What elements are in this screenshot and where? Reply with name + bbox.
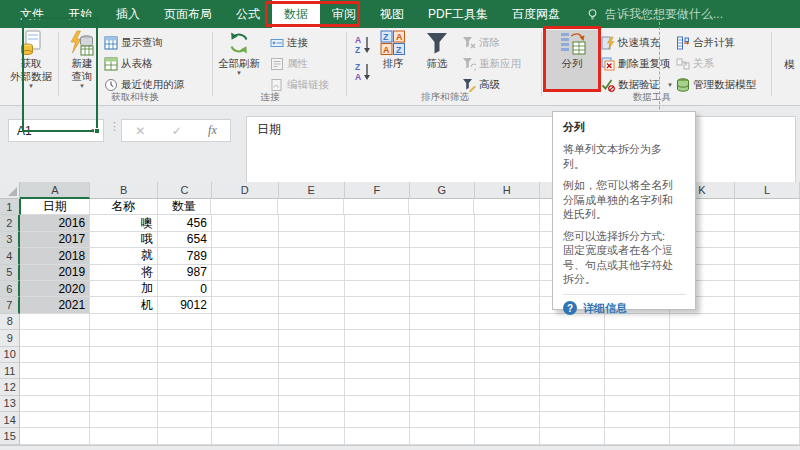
cell-E14[interactable] — [279, 412, 345, 428]
cell-B9[interactable] — [90, 330, 158, 346]
row-header-9[interactable]: 9 — [0, 330, 20, 346]
cell-G8[interactable] — [410, 314, 475, 330]
cell-D2[interactable] — [212, 215, 279, 231]
row-header-2[interactable]: 2 — [0, 215, 20, 231]
connections-button[interactable]: 连接 — [270, 32, 329, 53]
cell-H9[interactable] — [475, 330, 540, 346]
cell-H7[interactable] — [475, 297, 540, 313]
cell-B4[interactable]: 就 — [90, 248, 158, 264]
cell-K13[interactable] — [670, 396, 735, 412]
cell-E4[interactable] — [279, 248, 345, 264]
tab-pdf-tools[interactable]: PDF工具集 — [416, 0, 500, 28]
cell-E15[interactable] — [279, 428, 345, 444]
cell-E7[interactable] — [279, 297, 345, 313]
cell-D14[interactable] — [212, 412, 279, 428]
cell-G12[interactable] — [410, 379, 475, 395]
cell-E9[interactable] — [279, 330, 345, 346]
tell-me-search[interactable]: 告诉我您想要做什么... — [586, 0, 723, 28]
new-query-button[interactable]: 新建 查询 ▼ — [62, 30, 102, 90]
cell-E8[interactable] — [279, 314, 345, 330]
cell-A10[interactable] — [20, 347, 90, 363]
cell-H13[interactable] — [475, 396, 540, 412]
cell-C5[interactable]: 987 — [158, 265, 212, 281]
tab-baidu-netdisk[interactable]: 百度网盘 — [500, 0, 572, 28]
cell-A14[interactable] — [20, 412, 90, 428]
cell-I9[interactable] — [540, 330, 605, 346]
cell-L10[interactable] — [735, 347, 800, 363]
column-header-A[interactable]: A — [20, 182, 90, 199]
cell-K9[interactable] — [670, 330, 735, 346]
cell-A12[interactable] — [20, 379, 90, 395]
tab-data[interactable]: 数据 — [272, 0, 320, 28]
cell-B14[interactable] — [90, 412, 158, 428]
cell-B10[interactable] — [90, 347, 158, 363]
cell-C1[interactable]: 数量 — [158, 199, 212, 215]
cell-G4[interactable] — [410, 248, 475, 264]
cell-C10[interactable] — [158, 347, 212, 363]
cell-D3[interactable] — [212, 232, 279, 248]
cell-F4[interactable] — [345, 248, 410, 264]
cell-J14[interactable] — [605, 412, 670, 428]
row-header-3[interactable]: 3 — [0, 232, 20, 248]
cell-I12[interactable] — [540, 379, 605, 395]
cell-F9[interactable] — [345, 330, 410, 346]
cell-G10[interactable] — [410, 347, 475, 363]
cell-L6[interactable] — [735, 281, 800, 297]
cell-L5[interactable] — [735, 265, 800, 281]
cell-F2[interactable] — [345, 215, 410, 231]
tab-home[interactable]: 开始 — [56, 0, 104, 28]
cell-A6[interactable]: 2020 — [20, 281, 90, 297]
cell-C13[interactable] — [158, 396, 212, 412]
show-queries-button[interactable]: 显示查询 — [104, 32, 184, 53]
formula-input[interactable]: 日期 — [246, 116, 796, 184]
cell-F13[interactable] — [345, 396, 410, 412]
cell-B1[interactable]: 名称 — [90, 199, 158, 215]
cell-G7[interactable] — [410, 297, 475, 313]
column-header-H[interactable]: H — [475, 182, 540, 199]
cell-D7[interactable] — [212, 297, 279, 313]
column-header-C[interactable]: C — [158, 182, 212, 199]
cell-J15[interactable] — [605, 428, 670, 444]
cell-D11[interactable] — [212, 363, 279, 379]
cell-H14[interactable] — [475, 412, 540, 428]
get-external-data-button[interactable]: 获取 外部数据 ▼ — [6, 30, 56, 90]
cell-A4[interactable]: 2018 — [20, 248, 90, 264]
cell-L3[interactable] — [735, 232, 800, 248]
row-header-5[interactable]: 5 — [0, 265, 20, 281]
cell-K15[interactable] — [670, 428, 735, 444]
cell-D10[interactable] — [212, 347, 279, 363]
cell-C11[interactable] — [158, 363, 212, 379]
cell-L7[interactable] — [735, 297, 800, 313]
filter-button[interactable]: 筛选 — [420, 30, 454, 90]
cell-I8[interactable] — [540, 314, 605, 330]
row-header-7[interactable]: 7 — [0, 297, 20, 313]
insert-function-icon[interactable]: fx — [208, 123, 217, 138]
text-to-columns-button[interactable]: 分列 — [546, 30, 598, 90]
cell-L8[interactable] — [735, 314, 800, 330]
cell-I13[interactable] — [540, 396, 605, 412]
cell-G5[interactable] — [410, 265, 475, 281]
cell-A15[interactable] — [20, 428, 90, 444]
cell-A11[interactable] — [20, 363, 90, 379]
row-header-13[interactable]: 13 — [0, 396, 20, 412]
cell-D12[interactable] — [212, 379, 279, 395]
cell-G9[interactable] — [410, 330, 475, 346]
cell-D1[interactable] — [211, 199, 278, 215]
cell-I10[interactable] — [540, 347, 605, 363]
column-header-L[interactable]: L — [735, 182, 800, 199]
cell-H3[interactable] — [475, 232, 540, 248]
cell-C2[interactable]: 456 — [158, 215, 212, 231]
cell-B12[interactable] — [90, 379, 158, 395]
cell-A3[interactable]: 2017 — [20, 232, 90, 248]
cell-G13[interactable] — [410, 396, 475, 412]
cell-H11[interactable] — [475, 363, 540, 379]
row-header-4[interactable]: 4 — [0, 248, 20, 264]
cell-E2[interactable] — [279, 215, 345, 231]
row-header-10[interactable]: 10 — [0, 347, 20, 363]
row-header-8[interactable]: 8 — [0, 314, 20, 330]
row-header-14[interactable]: 14 — [0, 412, 20, 428]
cell-D9[interactable] — [212, 330, 279, 346]
cell-F5[interactable] — [345, 265, 410, 281]
cell-L2[interactable] — [735, 215, 800, 231]
cell-C8[interactable] — [158, 314, 212, 330]
